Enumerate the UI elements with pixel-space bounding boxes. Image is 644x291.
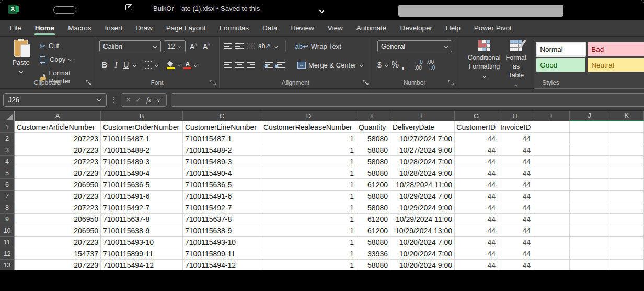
cell-D2[interactable]: 1 bbox=[261, 133, 356, 144]
orientation-chevron-icon[interactable] bbox=[274, 44, 278, 48]
chevron-down-icon[interactable] bbox=[320, 6, 324, 15]
cell-G6[interactable]: 44 bbox=[455, 179, 498, 191]
insert-function-button[interactable]: fx bbox=[146, 96, 151, 104]
middle-align-icon[interactable] bbox=[235, 43, 244, 49]
cell-A12[interactable]: 154737 bbox=[15, 248, 101, 260]
cell-G4[interactable]: 44 bbox=[455, 156, 498, 167]
cell-I4[interactable] bbox=[533, 156, 570, 167]
cell-F2[interactable]: 10/27/2024 7:00 bbox=[390, 133, 455, 144]
font-dialog-launcher-icon[interactable] bbox=[210, 80, 216, 86]
cell-H12[interactable]: 44 bbox=[498, 248, 533, 260]
cell-I9[interactable] bbox=[533, 214, 570, 225]
autosave-toggle[interactable] bbox=[53, 6, 76, 14]
row-header-12[interactable]: 12 bbox=[0, 248, 15, 260]
cell-J10[interactable] bbox=[570, 225, 610, 237]
cell-F8[interactable]: 10/29/2024 9:00 bbox=[390, 202, 455, 214]
cell-H8[interactable]: 44 bbox=[498, 202, 533, 214]
cell-C6[interactable]: 7100115636-5 bbox=[183, 179, 261, 191]
cell-F7[interactable]: 10/29/2024 7:00 bbox=[390, 191, 455, 202]
row-header-7[interactable]: 7 bbox=[0, 191, 15, 202]
cell-G3[interactable]: 44 bbox=[455, 144, 498, 156]
cell-G12[interactable]: 44 bbox=[455, 248, 498, 260]
accounting-format-button[interactable]: $ bbox=[377, 61, 382, 69]
style-neutral[interactable]: Neutral bbox=[588, 58, 644, 72]
cell-G1[interactable]: CustomerID bbox=[455, 121, 498, 133]
tab-power-pivot[interactable]: Power Pivot bbox=[467, 20, 519, 37]
cell-H11[interactable]: 44 bbox=[498, 237, 533, 248]
cell-H7[interactable]: 44 bbox=[498, 191, 533, 202]
tab-developer[interactable]: Developer bbox=[394, 20, 440, 37]
accounting-chevron-icon[interactable] bbox=[385, 63, 388, 66]
tab-data[interactable]: Data bbox=[256, 20, 284, 37]
cell-E11[interactable]: 58080 bbox=[356, 237, 390, 248]
cell-E8[interactable]: 58080 bbox=[356, 202, 390, 214]
cell-D10[interactable]: 1 bbox=[261, 225, 356, 237]
cell-E5[interactable]: 58080 bbox=[356, 167, 390, 179]
cell-I6[interactable] bbox=[533, 179, 570, 191]
cell-C12[interactable]: 7100115899-11 bbox=[183, 248, 261, 260]
cell-K13[interactable] bbox=[610, 260, 644, 271]
cell-B1[interactable]: CustomerOrderNumber bbox=[101, 121, 183, 133]
cell-G7[interactable]: 44 bbox=[455, 191, 498, 202]
cell-H5[interactable]: 44 bbox=[498, 167, 533, 179]
bold-button[interactable]: B bbox=[99, 61, 110, 69]
cell-B4[interactable]: 7100115489-3 bbox=[101, 156, 183, 167]
cell-D12[interactable]: 1 bbox=[261, 248, 356, 260]
cell-K10[interactable] bbox=[610, 225, 644, 237]
cell-B5[interactable]: 7100115490-4 bbox=[101, 167, 183, 179]
cell-E2[interactable]: 58080 bbox=[356, 133, 390, 144]
cell-A1[interactable]: CustomerArticleNumber bbox=[15, 121, 101, 133]
column-header-G[interactable]: G bbox=[455, 111, 498, 121]
column-header-I[interactable]: I bbox=[533, 111, 570, 121]
row-header-5[interactable]: 5 bbox=[0, 167, 15, 179]
cell-E12[interactable]: 33936 bbox=[356, 248, 390, 260]
clipboard-dialog-launcher-icon[interactable] bbox=[86, 80, 92, 86]
cell-D6[interactable]: 1 bbox=[261, 179, 356, 191]
tab-view[interactable]: View bbox=[321, 20, 350, 37]
cell-J11[interactable] bbox=[570, 237, 610, 248]
align-right-icon[interactable] bbox=[247, 62, 255, 68]
cell-B7[interactable]: 7100115491-6 bbox=[101, 191, 183, 202]
column-header-B[interactable]: B bbox=[101, 111, 183, 121]
cell-C13[interactable]: 7100115494-12 bbox=[183, 260, 261, 271]
cell-A7[interactable]: 207223 bbox=[15, 191, 101, 202]
font-name-select[interactable]: Calibri bbox=[99, 40, 161, 52]
cell-F1[interactable]: DeliveryDate bbox=[390, 121, 455, 133]
underline-button[interactable]: U bbox=[122, 61, 130, 69]
cell-F9[interactable]: 10/29/2024 11:00 bbox=[390, 214, 455, 225]
fill-color-icon[interactable] bbox=[167, 61, 175, 69]
decrease-font-size-button[interactable]: A˅ bbox=[201, 42, 212, 51]
column-header-A[interactable]: A bbox=[15, 111, 101, 121]
cell-E3[interactable]: 58080 bbox=[356, 144, 390, 156]
cell-A4[interactable]: 207223 bbox=[15, 156, 101, 167]
cell-C11[interactable]: 7100115493-10 bbox=[183, 237, 261, 248]
cell-C4[interactable]: 7100115489-3 bbox=[183, 156, 261, 167]
name-box[interactable]: J26 bbox=[3, 93, 107, 107]
row-header-2[interactable]: 2 bbox=[0, 133, 15, 144]
cell-D3[interactable]: 1 bbox=[261, 144, 356, 156]
font-color-icon[interactable]: A bbox=[183, 61, 191, 69]
cell-B2[interactable]: 7100115487-1 bbox=[101, 133, 183, 144]
merge-center-button[interactable]: ↔ Merge & Center bbox=[295, 60, 366, 70]
cell-F4[interactable]: 10/28/2024 7:00 bbox=[390, 156, 455, 167]
search-box-remnant[interactable] bbox=[398, 5, 564, 17]
cell-G5[interactable]: 44 bbox=[455, 167, 498, 179]
cell-J3[interactable] bbox=[570, 144, 610, 156]
cell-A9[interactable]: 206950 bbox=[15, 214, 101, 225]
borders-icon[interactable] bbox=[145, 61, 152, 69]
cell-B8[interactable]: 7100115492-7 bbox=[101, 202, 183, 214]
cell-H6[interactable]: 44 bbox=[498, 179, 533, 191]
cell-B12[interactable]: 7100115899-11 bbox=[101, 248, 183, 260]
cell-D9[interactable]: 1 bbox=[261, 214, 356, 225]
increase-indent-icon[interactable]: ▶ bbox=[277, 62, 285, 68]
cell-H9[interactable]: 44 bbox=[498, 214, 533, 225]
cell-G8[interactable]: 44 bbox=[455, 202, 498, 214]
bottom-align-icon[interactable] bbox=[247, 43, 255, 49]
row-header-3[interactable]: 3 bbox=[0, 144, 15, 156]
tab-home[interactable]: Home bbox=[28, 20, 62, 37]
cell-B11[interactable]: 7100115493-10 bbox=[101, 237, 183, 248]
column-header-E[interactable]: E bbox=[356, 111, 390, 121]
tab-formulas[interactable]: Formulas bbox=[213, 20, 256, 37]
column-header-F[interactable]: F bbox=[390, 111, 455, 121]
cell-K3[interactable] bbox=[610, 144, 644, 156]
